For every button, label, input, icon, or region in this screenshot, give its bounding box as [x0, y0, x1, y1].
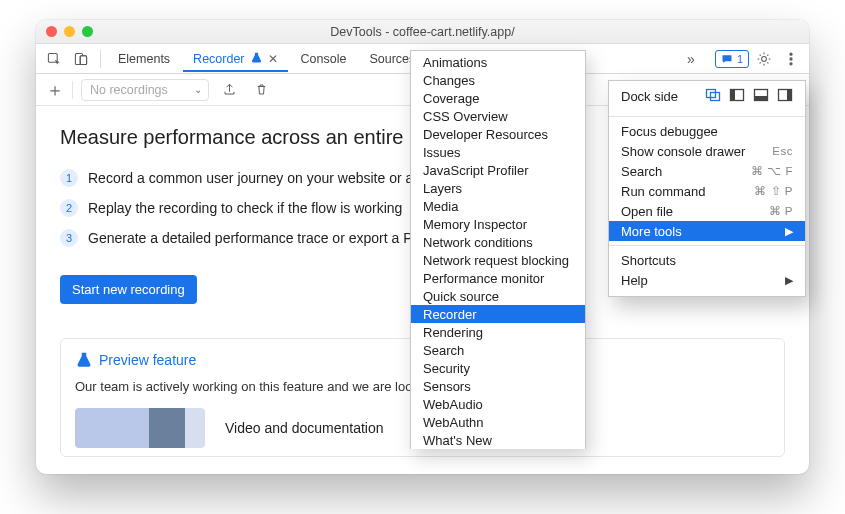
step-text: Replay the recording to check if the flo… — [88, 200, 402, 216]
more-tabs-button[interactable]: » — [683, 51, 699, 67]
dock-undock-icon[interactable] — [705, 87, 721, 106]
device-toggle-icon[interactable] — [69, 47, 93, 71]
more-tools-item[interactable]: Recorder — [411, 305, 585, 323]
inspect-element-icon[interactable] — [42, 47, 66, 71]
more-tools-item[interactable]: Memory Inspector — [411, 215, 585, 233]
menu-focus-debuggee[interactable]: Focus debuggee — [609, 121, 805, 141]
start-recording-button[interactable]: Start new recording — [60, 275, 197, 304]
svg-rect-2 — [80, 55, 86, 64]
more-tools-item[interactable]: Security — [411, 359, 585, 377]
window-controls — [36, 26, 93, 37]
svg-point-4 — [762, 56, 767, 61]
divider — [100, 50, 101, 68]
add-recording-button[interactable]: ＋ — [46, 78, 64, 102]
more-tools-item[interactable]: CSS Overview — [411, 107, 585, 125]
preview-title: Preview feature — [99, 352, 196, 368]
flask-icon — [75, 351, 93, 369]
menu-search[interactable]: Search⌘ ⌥ F — [609, 161, 805, 181]
menu-help[interactable]: Help▶ — [609, 270, 805, 290]
video-thumbnail — [75, 408, 205, 448]
step-number: 2 — [60, 199, 78, 217]
recordings-dropdown[interactable]: No recordings ⌄ — [81, 79, 209, 101]
svg-rect-13 — [755, 96, 768, 101]
divider — [72, 81, 73, 99]
export-icon[interactable] — [217, 78, 241, 102]
more-tools-submenu: AnimationsChangesCoverageCSS OverviewDev… — [410, 50, 586, 449]
tab-label: Sources — [369, 52, 415, 66]
flask-icon — [250, 51, 263, 67]
step-text: Record a common user journey on your web… — [88, 170, 429, 186]
more-tools-item[interactable]: Issues — [411, 143, 585, 161]
dock-right-icon[interactable] — [777, 87, 793, 106]
divider — [609, 245, 805, 246]
window-title: DevTools - coffee-cart.netlify.app/ — [36, 25, 809, 39]
settings-icon[interactable] — [752, 47, 776, 71]
window-zoom-button[interactable] — [82, 26, 93, 37]
more-tools-item[interactable]: JavaScript Profiler — [411, 161, 585, 179]
submenu-arrow-icon: ▶ — [785, 225, 793, 238]
issues-badge[interactable]: 1 — [715, 50, 749, 68]
step-number: 1 — [60, 169, 78, 187]
menu-open-file[interactable]: Open file⌘ P — [609, 201, 805, 221]
video-title: Video and documentation — [225, 420, 384, 436]
divider — [609, 116, 805, 117]
more-tools-item[interactable]: Sensors — [411, 377, 585, 395]
tab-elements[interactable]: Elements — [108, 46, 180, 71]
more-tools-item[interactable]: Search — [411, 341, 585, 359]
window-minimize-button[interactable] — [64, 26, 75, 37]
more-tools-item[interactable]: Rendering — [411, 323, 585, 341]
title-bar: DevTools - coffee-cart.netlify.app/ — [36, 20, 809, 44]
more-tools-item[interactable]: What's New — [411, 431, 585, 449]
close-icon[interactable]: ✕ — [268, 52, 278, 66]
more-tools-item[interactable]: WebAudio — [411, 395, 585, 413]
menu-run-command[interactable]: Run command⌘ ⇧ P — [609, 181, 805, 201]
more-tools-item[interactable]: WebAuthn — [411, 413, 585, 431]
svg-rect-15 — [787, 90, 792, 101]
chevron-down-icon: ⌄ — [194, 84, 202, 95]
tab-recorder[interactable]: Recorder ✕ — [183, 45, 287, 72]
svg-point-5 — [790, 53, 792, 55]
more-tools-item[interactable]: Animations — [411, 53, 585, 71]
more-tools-item[interactable]: Layers — [411, 179, 585, 197]
more-tools-item[interactable]: Network request blocking — [411, 251, 585, 269]
more-tools-item[interactable]: Quick source — [411, 287, 585, 305]
window-close-button[interactable] — [46, 26, 57, 37]
more-tools-item[interactable]: Media — [411, 197, 585, 215]
tab-label: Elements — [118, 52, 170, 66]
svg-rect-11 — [731, 90, 736, 101]
more-tools-item[interactable]: Network conditions — [411, 233, 585, 251]
menu-shortcuts[interactable]: Shortcuts — [609, 250, 805, 270]
dock-left-icon[interactable] — [729, 87, 745, 106]
delete-icon[interactable] — [249, 78, 273, 102]
dock-side-label: Dock side — [621, 89, 678, 104]
more-tools-item[interactable]: Changes — [411, 71, 585, 89]
more-tools-item[interactable]: Performance monitor — [411, 269, 585, 287]
dock-side-row: Dock side — [609, 85, 805, 112]
svg-point-6 — [790, 57, 792, 59]
kebab-menu-icon[interactable] — [779, 47, 803, 71]
main-menu: Dock side Focus debuggee Show console dr… — [608, 80, 806, 297]
step-number: 3 — [60, 229, 78, 247]
menu-more-tools[interactable]: More tools▶ — [609, 221, 805, 241]
dock-bottom-icon[interactable] — [753, 87, 769, 106]
tab-label: Recorder — [193, 52, 244, 66]
menu-show-console-drawer[interactable]: Show console drawerEsc — [609, 141, 805, 161]
more-tools-item[interactable]: Coverage — [411, 89, 585, 107]
badge-count: 1 — [737, 53, 743, 65]
tab-console[interactable]: Console — [291, 46, 357, 71]
more-tools-item[interactable]: Developer Resources — [411, 125, 585, 143]
svg-point-7 — [790, 62, 792, 64]
tab-label: Console — [301, 52, 347, 66]
dropdown-placeholder: No recordings — [90, 83, 168, 97]
submenu-arrow-icon: ▶ — [785, 274, 793, 287]
